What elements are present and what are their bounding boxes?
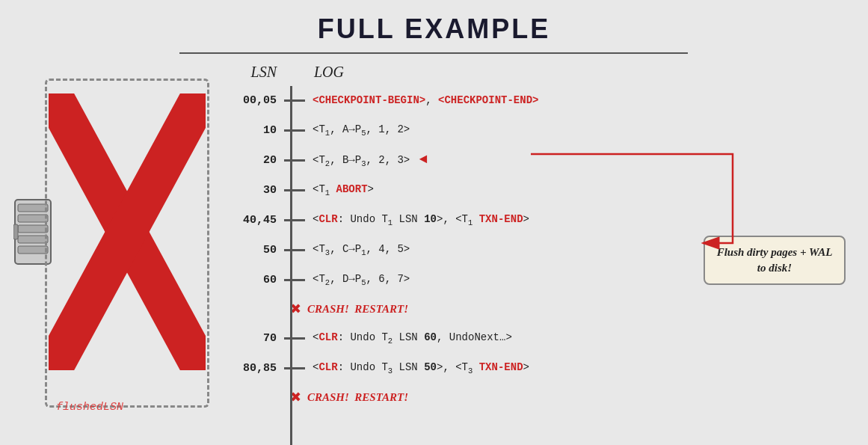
lsn-70: 70 bbox=[209, 332, 284, 345]
svg-rect-2 bbox=[18, 215, 48, 222]
lsn-8085: 80,85 bbox=[209, 362, 284, 375]
lsn-20: 20 bbox=[209, 154, 284, 167]
tick-4045 bbox=[284, 219, 305, 221]
col-lsn-header: LSN bbox=[217, 64, 292, 81]
log-content-8085: <CLR: Undo T3 LSN 50>, <T3 TXN-END> bbox=[305, 361, 529, 375]
crash-text-1: CRASH! RESTART! bbox=[307, 303, 408, 316]
tick-8085 bbox=[284, 367, 305, 369]
left-panel: flushedLSN bbox=[0, 56, 209, 445]
log-content-60: <T2, D→P5, 6, 7> bbox=[305, 273, 410, 287]
svg-rect-4 bbox=[18, 236, 48, 243]
log-row-8085: 80,85 <CLR: Undo T3 LSN 50>, <T3 TXN-END… bbox=[209, 355, 868, 381]
log-content-10: <T1, A→P5, 1, 2> bbox=[305, 123, 410, 138]
red-x-icon bbox=[49, 93, 206, 370]
lsn-10: 10 bbox=[209, 124, 284, 137]
svg-rect-3 bbox=[18, 225, 48, 233]
lsn-30: 30 bbox=[209, 184, 284, 197]
svg-rect-1 bbox=[18, 204, 48, 212]
lsn-60: 60 bbox=[209, 274, 284, 286]
log-row-0005: 00,05 <CHECKPOINT-BEGIN>, <CHECKPOINT-EN… bbox=[209, 87, 868, 114]
tick-0005 bbox=[284, 99, 305, 102]
lsn-4045: 40,45 bbox=[209, 214, 284, 227]
tick-30 bbox=[284, 189, 305, 191]
svg-rect-5 bbox=[18, 246, 48, 254]
lsn-0005: 00,05 bbox=[209, 94, 284, 107]
crash-text-2: CRASH! RESTART! bbox=[307, 391, 408, 404]
crash-row-1: ✖ CRASH! RESTART! bbox=[209, 296, 868, 322]
col-log-header: LOG bbox=[292, 64, 344, 81]
column-headers: LSN LOG bbox=[217, 64, 868, 81]
log-row-10: 10 <T1, A→P5, 1, 2> bbox=[209, 117, 868, 144]
log-row-4045: 40,45 <CLR: Undo T1 LSN 10>, <T1 TXN-END… bbox=[209, 206, 868, 233]
tick-20 bbox=[284, 159, 305, 162]
log-content-50: <T3, C→P1, 4, 5> bbox=[305, 243, 410, 257]
log-content-70: <CLR: Undo T2 LSN 60, UndoNext…> bbox=[305, 331, 512, 346]
page-title: FULL EXAMPLE bbox=[0, 0, 868, 51]
lsn-50: 50 bbox=[209, 244, 284, 257]
annotation-box: Flush dirty pages + WAL to disk! bbox=[704, 236, 846, 285]
log-content-30: <T1 ABORT> bbox=[305, 183, 374, 197]
right-panel: LSN LOG 00,05 <CHECKPOINT-BEGIN>, <CHECK… bbox=[209, 56, 868, 445]
main-container: flushedLSN LSN LOG 00,05 <CHECKPOINT-BEG… bbox=[0, 56, 868, 445]
divider bbox=[179, 52, 688, 54]
log-content-4045: <CLR: Undo T1 LSN 10>, <T1 TXN-END> bbox=[305, 213, 529, 227]
tick-10 bbox=[284, 129, 305, 132]
flushed-lsn-label: flushedLSN bbox=[56, 401, 123, 414]
log-row-20: 20 <T2, B→P3, 2, 3> ◄ bbox=[209, 147, 868, 174]
log-row-30: 30 <T1 ABORT> bbox=[209, 177, 868, 203]
log-row-70: 70 <CLR: Undo T2 LSN 60, UndoNext…> bbox=[209, 325, 868, 352]
tick-50 bbox=[284, 249, 305, 251]
tick-60 bbox=[284, 279, 305, 281]
svg-rect-6 bbox=[13, 224, 18, 239]
log-content-20: <T2, B→P3, 2, 3> ◄ bbox=[305, 152, 427, 168]
tick-70 bbox=[284, 337, 305, 340]
log-content-0005: <CHECKPOINT-BEGIN>, <CHECKPOINT-END> bbox=[305, 94, 538, 106]
crash-row-2: ✖ CRASH! RESTART! bbox=[209, 384, 868, 410]
